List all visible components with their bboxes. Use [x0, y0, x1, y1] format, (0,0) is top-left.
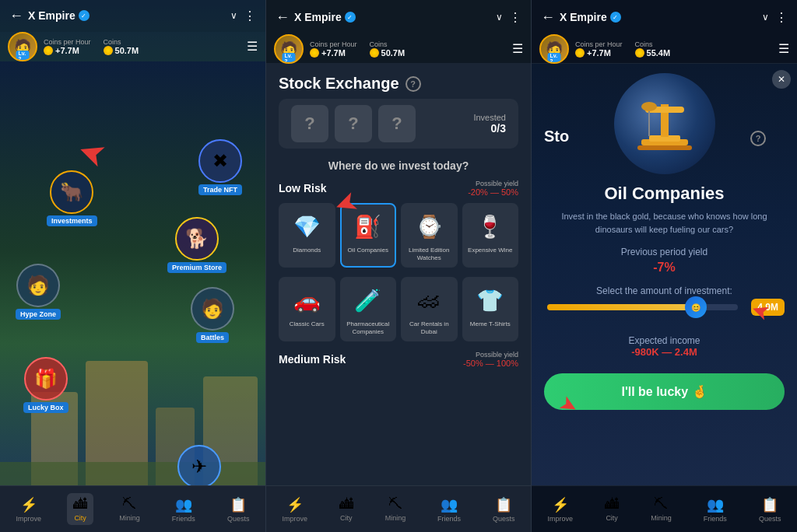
slot-1[interactable]: ?: [291, 105, 328, 142]
improve-icon-p2: ⚡: [286, 496, 304, 513]
nav-mining-p1[interactable]: ⛏ Mining: [113, 493, 146, 525]
shirts-label: Meme T-Shirts: [470, 320, 511, 328]
nav-quests-p2[interactable]: 📋 Quests: [486, 493, 521, 526]
city-scene: ➤ 🐂 Investments ✖ Trade NFT 🐕 Premium St…: [0, 61, 265, 532]
investment-card-pharma[interactable]: 🧪 Pharmaceutical Companies: [340, 277, 397, 341]
oil-chevron-icon[interactable]: ∨: [762, 12, 769, 23]
improve-label: Improve: [16, 515, 42, 523]
nav-friends-p3[interactable]: 👥 Friends: [697, 493, 733, 526]
city-panel: ← X Empire ✓ ∨ ⋮ 🧑 Lv. 2 Coins per Hour …: [0, 0, 265, 532]
improve-icon: ⚡: [20, 496, 37, 513]
nav-mining-p3[interactable]: ⛏ Mining: [644, 493, 678, 525]
oil-help-icon[interactable]: ?: [750, 131, 766, 146]
city-node-premium-store[interactable]: 🐕 Premium Store: [167, 217, 226, 273]
low-risk-grid: 💎 Diamonds ⛽ Oil Companies ⌚ Limited Edi…: [279, 203, 518, 268]
lucky-btn-container: I'll be lucky 🤞 ➤: [544, 370, 785, 410]
stock-content: Stock Exchange ? ? ? ? Invested 0/3 Wher…: [266, 64, 531, 532]
menu-icon[interactable]: ⋮: [244, 9, 256, 23]
nav-mining-p2[interactable]: ⛏ Mining: [379, 493, 413, 525]
city-node-trade-nft[interactable]: ✖ Trade NFT: [198, 139, 242, 195]
hype-zone-label: Hype Zone: [16, 309, 61, 320]
invested-label: Invested: [473, 113, 506, 122]
possible-yield-label: Possible yield: [468, 180, 518, 187]
investment-card-watches[interactable]: ⌚ Limited Edition Watches: [401, 203, 458, 268]
low-risk-label: Low Risk: [279, 182, 326, 194]
hamburger-icon[interactable]: ☰: [247, 39, 258, 54]
slider-thumb[interactable]: 😊: [685, 296, 707, 318]
chevron-down-icon[interactable]: ∨: [230, 10, 237, 21]
oil-avatar: 🧑 Lv. 2: [539, 34, 569, 64]
improve-label-p2: Improve: [282, 515, 307, 523]
trade-nft-circle: ✖: [198, 139, 242, 183]
nav-improve-p3[interactable]: ⚡ Improve: [542, 493, 580, 526]
investment-card-wine[interactable]: 🍷 Expensive Wine: [462, 203, 519, 268]
investment-slots: ? ? ? Invested 0/3: [279, 99, 518, 149]
cars-label: Classic Cars: [290, 320, 325, 328]
watches-label: Limited Edition Watches: [406, 247, 453, 261]
premium-store-circle: 🐕: [175, 217, 219, 261]
trade-nft-label: Trade NFT: [198, 184, 242, 195]
stats-info: Coins per Hour +7.7M Coins 50.7M: [44, 38, 241, 55]
stock-hamburger-icon[interactable]: ☰: [512, 41, 523, 56]
back-button[interactable]: ←: [9, 8, 23, 24]
avatar: 🧑 Lv. 2: [8, 32, 37, 61]
investment-card-rentals[interactable]: 🏎 Car Rentals in Dubai: [401, 277, 458, 341]
slot-3[interactable]: ?: [378, 105, 416, 142]
mining-label: Mining: [119, 514, 140, 522]
oil-header: ← X Empire ✓ ∨ ⋮: [532, 0, 797, 34]
oil-coins-per-hour-label: Coins per Hour: [575, 40, 623, 48]
nav-quests-p3[interactable]: 📋 Quests: [753, 493, 788, 526]
slider-track: 😊: [547, 304, 738, 310]
communities-circle: ✈: [177, 445, 221, 488]
stock-back-button[interactable]: ←: [276, 9, 290, 26]
oil-verified-badge: ✓: [610, 12, 621, 23]
lucky-button[interactable]: I'll be lucky 🤞: [544, 373, 785, 410]
coins-per-hour: Coins per Hour +7.7M: [44, 38, 91, 55]
nav-improve-p2[interactable]: ⚡ Improve: [276, 493, 314, 526]
oil-menu-icon[interactable]: ⋮: [775, 10, 788, 25]
stock-verified-badge: ✓: [345, 12, 356, 23]
stock-chevron-icon[interactable]: ∨: [496, 12, 503, 23]
stock-menu-icon[interactable]: ⋮: [509, 10, 521, 25]
oil-coins-per-hour-value: +7.7M: [575, 48, 623, 58]
mining-icon-p2: ⛏: [388, 496, 402, 513]
city-node-battles[interactable]: 🧑 Battles: [191, 287, 234, 343]
quests-icon-p2: 📋: [495, 496, 512, 513]
city-node-investments[interactable]: 🐂 Investments: [47, 170, 97, 226]
invest-prompt: Where do we invest today?: [266, 156, 531, 180]
nav-city-p2[interactable]: 🏙 City: [333, 493, 360, 525]
lucky-box-label: Lucky Box: [23, 402, 68, 413]
slot-2[interactable]: ?: [335, 105, 372, 142]
close-button[interactable]: ✕: [772, 70, 791, 89]
pharma-label: Pharmaceutical Companies: [345, 320, 392, 335]
bottom-nav-panel2: ⚡ Improve 🏙 City ⛏ Mining 👥 Friends 📋 Qu…: [266, 485, 531, 532]
nav-friends-p2[interactable]: 👥 Friends: [431, 493, 467, 526]
verified-badge: ✓: [79, 10, 90, 21]
oil-back-button[interactable]: ←: [541, 9, 555, 26]
stock-title-area: Stock Exchange ?: [266, 64, 531, 99]
oil-header-right: ∨ ⋮: [762, 10, 788, 25]
oil-companies-panel: ← X Empire ✓ ∨ ⋮ 🧑 Lv. 2 Coins per Hour …: [531, 0, 797, 532]
city-node-hype-zone[interactable]: 🧑 Hype Zone: [16, 264, 61, 320]
investment-card-diamonds[interactable]: 💎 Diamonds: [279, 203, 335, 268]
panel1-header: ← X Empire ✓ ∨ ⋮: [0, 0, 265, 32]
svg-rect-6: [637, 145, 692, 150]
stock-help-icon[interactable]: ?: [406, 76, 421, 92]
nav-quests-p1[interactable]: 📋 Quests: [221, 493, 256, 526]
low-risk-row2: 🚗 Classic Cars 🧪 Pharmaceutical Companie…: [279, 277, 518, 341]
nav-city-p3[interactable]: 🏙 City: [599, 493, 625, 525]
header-left: ← X Empire ✓: [9, 8, 90, 24]
bottom-nav-panel3: ⚡ Improve 🏙 City ⛏ Mining 👥 Friends 📋 Qu…: [532, 485, 797, 532]
nav-improve-p1[interactable]: ⚡ Improve: [10, 493, 48, 526]
nav-city-p1[interactable]: 🏙 City: [67, 493, 93, 525]
nav-friends-p1[interactable]: 👥 Friends: [166, 493, 202, 526]
investment-card-shirts[interactable]: 👕 Meme T-Shirts: [462, 277, 519, 341]
stock-partial-title: Sto: [544, 128, 569, 145]
prev-yield-label: Previous period yield: [621, 247, 707, 257]
oil-coins-value: 55.4M: [635, 48, 671, 58]
investment-card-cars[interactable]: 🚗 Classic Cars: [279, 277, 335, 341]
stock-exchange-panel: ← X Empire ✓ ∨ ⋮ 🧑 Lv. 2 Coins per Hour …: [265, 0, 531, 532]
city-icon-p3: 🏙: [605, 496, 619, 513]
city-node-lucky-box[interactable]: 🎁 Lucky Box: [23, 357, 68, 413]
oil-hamburger-icon[interactable]: ☰: [778, 41, 789, 56]
